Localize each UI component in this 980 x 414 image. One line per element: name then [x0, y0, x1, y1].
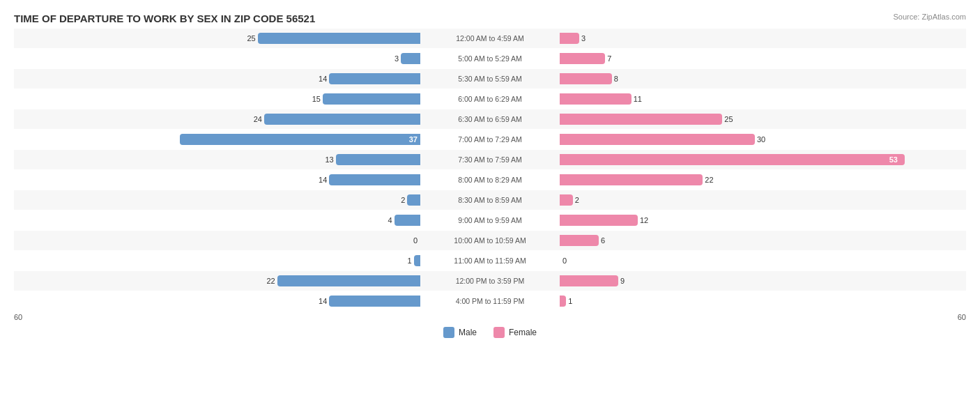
table-row: 28:30 AM to 8:59 AM2	[14, 190, 966, 210]
time-label: 9:00 AM to 9:59 AM	[420, 216, 560, 224]
left-bar-area: 24	[14, 109, 420, 129]
value-male: 25	[247, 34, 255, 43]
table-row: 246:30 AM to 6:59 AM25	[14, 109, 966, 129]
time-label: 7:00 AM to 7:29 AM	[420, 135, 560, 144]
table-row: 35:00 AM to 5:29 AM7	[14, 49, 966, 68]
bar-female	[560, 134, 755, 145]
legend-female-label: Female	[509, 328, 537, 337]
value-male: 3	[395, 54, 399, 63]
bar-male	[329, 174, 420, 185]
chart-container: TIME OF DEPARTURE TO WORK BY SEX IN ZIP …	[0, 0, 980, 414]
value-female: 7	[607, 54, 611, 63]
table-row: 156:00 AM to 6:29 AM11	[14, 89, 966, 109]
bar-male	[414, 255, 420, 266]
time-label: 4:00 PM to 11:59 PM	[420, 297, 560, 305]
value-male-zero: 0	[413, 236, 418, 245]
right-bar-area: 25	[560, 109, 966, 129]
right-bar-area: 7	[560, 49, 966, 68]
right-bar-area: 12	[560, 210, 966, 230]
bar-female	[560, 194, 573, 206]
left-bar-area: 1	[14, 251, 420, 270]
value-male: 24	[254, 115, 262, 123]
right-bar-area: 30	[560, 130, 966, 149]
right-bar-area: 6	[560, 231, 966, 250]
right-bar-area: 9	[560, 271, 966, 291]
bar-female	[560, 296, 566, 307]
value-male: 13	[325, 155, 333, 164]
value-female: 3	[581, 34, 585, 43]
value-female: 1	[568, 297, 572, 305]
left-bar-area: 37	[14, 130, 420, 149]
value-male: 22	[266, 277, 275, 285]
time-label: 5:30 AM to 5:59 AM	[420, 75, 560, 83]
bar-male	[323, 93, 420, 105]
bar-male	[329, 73, 420, 84]
time-label: 10:00 AM to 10:59 AM	[420, 236, 560, 245]
table-row: 144:00 PM to 11:59 PM1	[14, 291, 966, 311]
bar-female	[560, 114, 722, 125]
time-label: 12:00 PM to 3:59 PM	[420, 277, 560, 285]
right-bar-area: 3	[560, 29, 966, 48]
value-female: 22	[705, 176, 713, 184]
bar-female	[560, 93, 631, 105]
bar-male	[407, 194, 420, 206]
value-male: 14	[319, 176, 327, 184]
value-male: 37	[409, 135, 418, 144]
bar-male	[264, 114, 420, 125]
bar-male	[401, 53, 420, 64]
bar-female	[560, 53, 605, 64]
value-male: 1	[408, 256, 412, 265]
chart-rows: 2512:00 AM to 4:59 AM335:00 AM to 5:29 A…	[14, 29, 966, 312]
time-label: 12:00 AM to 4:59 AM	[420, 34, 560, 43]
time-label: 8:30 AM to 8:59 AM	[420, 196, 560, 204]
bar-female	[560, 235, 599, 246]
left-bar-area: 3	[14, 49, 420, 68]
legend-male-label: Male	[459, 328, 477, 337]
legend-female-box	[493, 327, 505, 338]
table-row: 111:00 AM to 11:59 AM0	[14, 251, 966, 270]
left-bar-area: 22	[14, 271, 420, 291]
left-bar-area: 14	[14, 291, 420, 311]
left-bar-area: 13	[14, 150, 420, 169]
right-bar-area: 53	[560, 150, 966, 169]
value-female: 9	[620, 277, 625, 285]
left-bar-area: 4	[14, 210, 420, 230]
value-female: 30	[757, 135, 765, 144]
left-bar-area: 0	[14, 231, 420, 250]
table-row: 2212:00 PM to 3:59 PM9	[14, 271, 966, 291]
value-male: 14	[319, 75, 327, 83]
value-female: 6	[601, 236, 605, 245]
right-bar-area: 22	[560, 170, 966, 190]
bar-female	[560, 154, 905, 165]
axis-left: 60	[14, 313, 22, 321]
bar-female	[560, 174, 703, 185]
left-bar-area: 14	[14, 69, 420, 89]
bar-male	[180, 134, 420, 145]
value-female: 53	[889, 155, 898, 164]
axis-labels: 60 60	[14, 313, 966, 321]
bar-male	[258, 33, 420, 44]
table-row: 377:00 AM to 7:29 AM30	[14, 130, 966, 149]
bar-male	[329, 296, 420, 307]
value-male: 4	[388, 216, 392, 224]
left-bar-area: 2	[14, 190, 420, 210]
legend-male-box	[443, 327, 454, 338]
time-label: 6:30 AM to 6:59 AM	[420, 115, 560, 123]
table-row: 49:00 AM to 9:59 AM12	[14, 210, 966, 230]
bar-female	[560, 33, 579, 44]
legend-male: Male	[443, 327, 477, 338]
right-bar-area: 11	[560, 89, 966, 109]
time-label: 6:00 AM to 6:29 AM	[420, 95, 560, 103]
bar-female	[560, 73, 612, 84]
legend: Male Female	[14, 327, 966, 338]
value-female: 12	[640, 216, 648, 224]
left-bar-area: 15	[14, 89, 420, 109]
value-male: 15	[312, 95, 321, 103]
bar-male	[395, 215, 420, 226]
value-female-zero: 0	[562, 256, 567, 265]
value-female: 11	[634, 95, 642, 103]
time-label: 5:00 AM to 5:29 AM	[420, 54, 560, 63]
chart-title: TIME OF DEPARTURE TO WORK BY SEX IN ZIP …	[14, 13, 966, 24]
left-bar-area: 25	[14, 29, 420, 48]
time-label: 11:00 AM to 11:59 AM	[420, 256, 560, 265]
